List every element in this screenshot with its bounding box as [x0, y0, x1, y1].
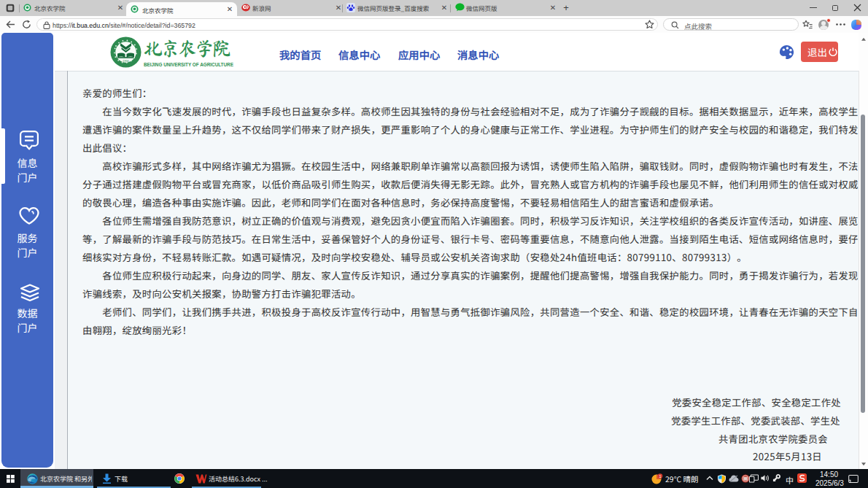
svg-text:1956: 1956	[123, 60, 128, 63]
svg-text:1: 1	[659, 474, 661, 479]
